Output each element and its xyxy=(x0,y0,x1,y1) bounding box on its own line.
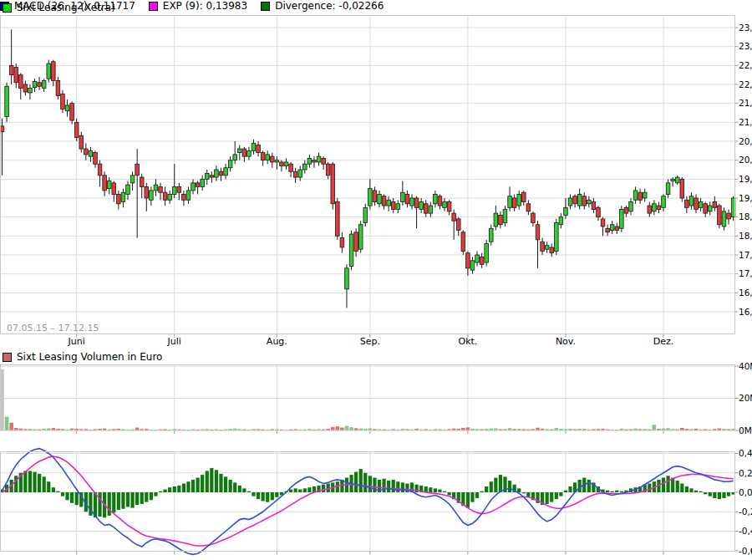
date-range-label: 07.05.15 – 17.12.15 xyxy=(7,323,99,333)
svg-text:23,0: 23,0 xyxy=(739,41,752,51)
svg-text:20,0: 20,0 xyxy=(739,155,752,165)
svg-text:Juni: Juni xyxy=(68,336,85,347)
volume-bars xyxy=(0,369,735,430)
macd-panel xyxy=(0,449,735,555)
svg-text:21,5: 21,5 xyxy=(739,98,752,108)
svg-text:17,5: 17,5 xyxy=(739,250,752,260)
svg-text:Nov.: Nov. xyxy=(556,336,576,347)
chart-title: Sixt Leasing (Xetra) xyxy=(17,2,115,13)
svg-text:19,0: 19,0 xyxy=(739,193,752,203)
svg-text:19,5: 19,5 xyxy=(739,174,752,184)
volume-swatch-icon xyxy=(3,353,12,362)
macd-line xyxy=(3,449,734,555)
svg-text:0,4: 0,4 xyxy=(739,448,752,458)
svg-text:Juli: Juli xyxy=(167,336,181,347)
svg-text:-0,4: -0,4 xyxy=(739,526,752,536)
svg-text:Okt.: Okt. xyxy=(458,336,477,347)
series-swatch-icon xyxy=(3,3,12,13)
signal-line xyxy=(3,456,734,546)
svg-text:16,0: 16,0 xyxy=(739,307,752,317)
svg-text:0,2: 0,2 xyxy=(739,468,752,478)
svg-text:-0,6: -0,6 xyxy=(739,546,752,556)
svg-text:17,0: 17,0 xyxy=(739,268,752,278)
svg-text:22,5: 22,5 xyxy=(739,60,752,70)
svg-text:Dez.: Dez. xyxy=(653,336,674,347)
chart-title-row: Sixt Leasing (Xetra) xyxy=(3,2,115,13)
candles xyxy=(0,29,735,308)
volume-title: Sixt Leasing Volumen in Euro xyxy=(17,351,162,363)
svg-text:16,5: 16,5 xyxy=(739,288,752,298)
svg-text:20M: 20M xyxy=(739,393,752,403)
svg-text:22,0: 22,0 xyxy=(739,79,752,89)
chart-window: JuniJuliAug.Sep.Okt.Nov.Dez.23,523,022,5… xyxy=(0,0,752,560)
svg-text:23,5: 23,5 xyxy=(739,23,752,33)
svg-text:20,5: 20,5 xyxy=(739,136,752,146)
svg-text:21,0: 21,0 xyxy=(739,117,752,127)
svg-text:40M: 40M xyxy=(739,361,752,371)
svg-text:-0,2: -0,2 xyxy=(739,507,752,517)
svg-text:18,5: 18,5 xyxy=(739,211,752,221)
volume-panel xyxy=(0,364,735,434)
svg-text:0,0: 0,0 xyxy=(739,487,752,497)
svg-text:Sep.: Sep. xyxy=(360,336,380,347)
svg-text:Aug.: Aug. xyxy=(267,336,287,347)
chart-canvas[interactable]: JuniJuliAug.Sep.Okt.Nov.Dez.23,523,022,5… xyxy=(0,0,752,560)
svg-text:18,0: 18,0 xyxy=(739,231,752,241)
svg-text:0M: 0M xyxy=(739,425,752,435)
price-panel xyxy=(0,15,735,338)
axis-labels: JuniJuliAug.Sep.Okt.Nov.Dez.23,523,022,5… xyxy=(1,16,752,556)
volume-title-row: Sixt Leasing Volumen in Euro xyxy=(3,351,162,363)
